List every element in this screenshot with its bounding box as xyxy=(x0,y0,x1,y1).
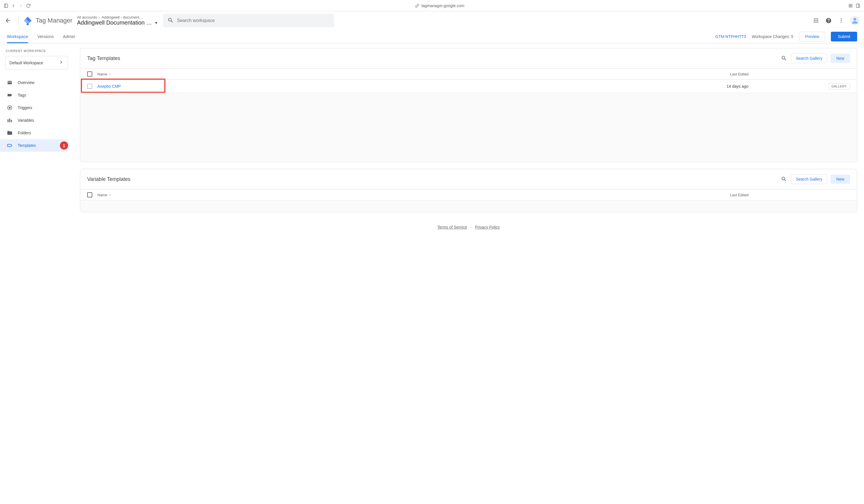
submit-button[interactable]: Submit xyxy=(831,32,857,41)
col-last-edited[interactable]: Last Edited xyxy=(730,72,850,76)
search-input[interactable] xyxy=(177,18,330,23)
breadcrumb-block[interactable]: All accounts › Addingwell - document… Ad… xyxy=(77,15,158,26)
col-last-edited[interactable]: Last Edited xyxy=(730,193,850,197)
svg-rect-22 xyxy=(9,118,10,122)
tabs-bar: Workspace Versions Admin GTM-NTFHHTT3 Wo… xyxy=(0,30,864,44)
folders-icon xyxy=(7,130,13,136)
tos-link[interactable]: Terms of Service xyxy=(437,225,467,229)
workspace-changes: Workspace Changes: 5 xyxy=(752,34,793,39)
sidebar-item-label: Triggers xyxy=(18,106,32,110)
svg-rect-11 xyxy=(817,20,818,21)
svg-rect-10 xyxy=(815,20,816,21)
annotation-badge-1: 1 xyxy=(60,141,68,149)
tabs-icon[interactable] xyxy=(855,3,861,8)
sidebar-toggle-icon[interactable] xyxy=(3,3,9,8)
sidebar-item-tags[interactable]: Tags xyxy=(0,89,73,101)
chevron-right-icon: › xyxy=(99,15,100,20)
blurred-rows xyxy=(80,93,857,162)
svg-rect-7 xyxy=(815,19,816,20)
svg-rect-21 xyxy=(8,119,9,122)
col-name[interactable]: Name ↑ xyxy=(97,72,725,76)
tag-templates-card: Tag Templates Search Gallery New Name ↑ … xyxy=(80,48,857,162)
container-dropdown-icon[interactable]: ▼ xyxy=(154,21,158,25)
tab-admin[interactable]: Admin xyxy=(63,30,75,43)
tags-icon xyxy=(7,92,13,98)
svg-point-16 xyxy=(841,20,841,21)
back-button[interactable] xyxy=(4,17,11,24)
col-name[interactable]: Name ↑ xyxy=(97,193,725,197)
svg-rect-3 xyxy=(856,4,860,8)
card-title: Tag Templates xyxy=(87,56,777,61)
svg-rect-12 xyxy=(814,22,815,23)
container-name: Addingwell Documentation … xyxy=(77,20,152,26)
svg-rect-6 xyxy=(814,19,815,20)
svg-rect-14 xyxy=(817,22,818,23)
table-header: Name ↑ Last Edited xyxy=(80,189,857,201)
variable-templates-card: Variable Templates Search Gallery New Na… xyxy=(80,169,857,212)
current-workspace-label: CURRENT WORKSPACE xyxy=(0,49,73,56)
overview-icon xyxy=(7,80,13,85)
extensions-icon[interactable] xyxy=(848,3,853,8)
more-icon[interactable] xyxy=(838,17,844,24)
search-icon[interactable] xyxy=(781,176,788,182)
sidebar-item-triggers[interactable]: Triggers xyxy=(0,101,73,114)
row-checkbox[interactable] xyxy=(87,84,92,89)
svg-rect-9 xyxy=(814,20,815,21)
breadcrumb-account[interactable]: Addingwell - document… xyxy=(102,15,143,20)
tab-workspace[interactable]: Workspace xyxy=(7,30,28,43)
sidebar-item-folders[interactable]: Folders xyxy=(0,127,73,139)
breadcrumb-all-accounts[interactable]: All accounts xyxy=(77,15,97,20)
footer: Terms of Service · Privacy Policy xyxy=(80,219,857,235)
new-button[interactable]: New xyxy=(830,54,850,63)
table-row[interactable]: Axeptio CMP 14 days ago GALLERY 2 xyxy=(80,80,857,93)
workspace-selector[interactable]: Default Workspace xyxy=(5,56,68,69)
gallery-badge: GALLERY xyxy=(828,83,850,89)
sidebar-item-templates[interactable]: Templates 1 xyxy=(0,139,70,152)
select-all-checkbox[interactable] xyxy=(87,192,92,197)
avatar[interactable] xyxy=(850,16,860,25)
row-last-edited: 14 days ago xyxy=(727,84,824,88)
sort-asc-icon: ↑ xyxy=(109,72,111,76)
workspace-name: Default Workspace xyxy=(10,61,43,65)
url-text[interactable]: tagmanager.google.com xyxy=(421,3,464,8)
search-box[interactable] xyxy=(163,14,334,27)
container-id[interactable]: GTM-NTFHHTT3 xyxy=(715,34,746,39)
row-name-link[interactable]: Axeptio CMP xyxy=(97,84,722,88)
blurred-rows xyxy=(80,201,857,212)
sidebar-item-label: Folders xyxy=(18,131,31,135)
preview-button[interactable]: Preview xyxy=(799,32,826,41)
sidebar-item-variables[interactable]: Variables xyxy=(0,114,73,127)
select-all-checkbox[interactable] xyxy=(87,71,92,76)
table-header: Name ↑ Last Edited xyxy=(80,68,857,80)
search-gallery-button[interactable]: Search Gallery xyxy=(791,174,827,184)
search-gallery-button[interactable]: Search Gallery xyxy=(791,53,827,63)
sidebar-item-label: Tags xyxy=(18,93,26,97)
help-icon[interactable] xyxy=(825,17,832,24)
product-logo-area[interactable]: Tag Manager xyxy=(23,16,72,25)
nav-back-icon[interactable] xyxy=(11,3,16,8)
svg-rect-23 xyxy=(11,120,12,122)
svg-point-17 xyxy=(841,22,841,23)
sidebar-item-label: Templates xyxy=(18,143,36,148)
svg-rect-13 xyxy=(815,22,816,23)
reload-icon[interactable] xyxy=(26,3,31,8)
tab-versions[interactable]: Versions xyxy=(37,30,54,43)
new-button[interactable]: New xyxy=(830,175,850,184)
gtm-logo-icon xyxy=(23,16,32,25)
sidebar-item-label: Overview xyxy=(18,80,34,85)
product-name: Tag Manager xyxy=(36,17,72,24)
svg-rect-2 xyxy=(849,4,852,7)
sidebar: CURRENT WORKSPACE Default Workspace Over… xyxy=(0,44,73,243)
svg-point-15 xyxy=(841,19,841,20)
sidebar-item-overview[interactable]: Overview xyxy=(0,76,73,89)
nav-forward-icon xyxy=(18,3,23,8)
search-icon[interactable] xyxy=(781,55,788,62)
divider xyxy=(18,15,19,26)
svg-point-18 xyxy=(853,18,856,21)
apps-icon[interactable] xyxy=(813,17,819,24)
svg-rect-0 xyxy=(4,4,8,8)
sidebar-item-label: Variables xyxy=(18,118,34,123)
privacy-link[interactable]: Privacy Policy xyxy=(475,225,500,229)
svg-rect-8 xyxy=(817,19,818,20)
content-area: Tag Templates Search Gallery New Name ↑ … xyxy=(73,44,864,243)
